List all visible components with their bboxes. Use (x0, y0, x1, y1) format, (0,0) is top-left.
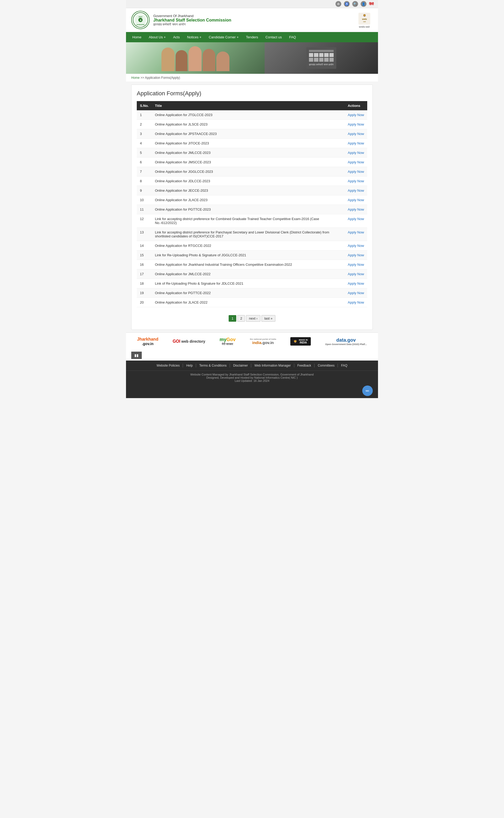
apply-now-link[interactable]: Apply Now (348, 170, 364, 174)
footer-link-faq[interactable]: FAQ (338, 364, 350, 367)
apply-now-link[interactable]: Apply Now (348, 160, 364, 164)
cell-sno: 12 (137, 214, 152, 228)
nav-tenders[interactable]: Tenders (242, 32, 262, 42)
header: JSSC ⚙ JHARKHAND Government Of Jharkhand… (126, 8, 378, 32)
nav-acts[interactable]: Acts (169, 32, 183, 42)
logo-jharkhand-gov[interactable]: Jharkhand .gov.in (137, 337, 158, 346)
apply-now-link[interactable]: Apply Now (348, 122, 364, 126)
apply-now-link[interactable]: Apply Now (348, 188, 364, 192)
apply-now-link[interactable]: Apply Now (348, 217, 364, 221)
page-last-btn[interactable]: last » (261, 315, 275, 322)
cell-action: Apply Now (345, 228, 367, 241)
cell-title: Online Application for RTGCCE-2022 (152, 241, 345, 250)
footer-line2: Designed, Developed and Hosted by Nation… (131, 376, 373, 379)
cell-sno: 13 (137, 228, 152, 241)
footer-link-website-policies[interactable]: Website Policies (154, 364, 183, 367)
cell-title: Online Application for JPSTAACCE-2023 (152, 129, 345, 139)
table-row: 7 Online Application for JGGLCCE-2023 Ap… (137, 167, 367, 176)
breadcrumb-home-link[interactable]: Home (131, 76, 140, 80)
apply-now-link[interactable]: Apply Now (348, 281, 364, 285)
cell-title: Link for accepting district preference f… (152, 214, 345, 228)
cell-title: Online Application for JECCE-2023 (152, 186, 345, 195)
apply-now-link[interactable]: Apply Now (348, 244, 364, 248)
footer-link-terms[interactable]: Terms & Conditions (196, 364, 230, 367)
accessibility-icon[interactable]: ♻ (335, 1, 341, 7)
hindi-link[interactable]: हिंदी (369, 2, 374, 6)
table-row: 4 Online Application for JITOCE-2023 App… (137, 139, 367, 148)
application-table: S.No. Title Actions 1 Online Application… (137, 101, 367, 307)
nav-faq[interactable]: FAQ (285, 32, 300, 42)
cell-title: Online Application for PGTTCE-2022 (152, 288, 345, 298)
accessibility-icon2[interactable]: ♿ (344, 1, 350, 7)
apply-now-link[interactable]: Apply Now (348, 272, 364, 276)
pause-button[interactable]: ▮▮ (131, 351, 142, 359)
cell-title: Online Application for JDLCCE-2023 (152, 176, 345, 186)
page-next-btn[interactable]: next › (246, 315, 260, 322)
nav-home[interactable]: Home (129, 32, 145, 42)
apply-now-link[interactable]: Apply Now (348, 179, 364, 183)
table-row: 18 Link of Re-Uploading Photo & Signatur… (137, 279, 367, 288)
cell-sno: 19 (137, 288, 152, 298)
nav-contact[interactable]: Contact us (262, 32, 285, 42)
logo-mygov[interactable]: myGov मेरी सरकार (219, 337, 235, 346)
table-row: 20 Online Application for JLACE-2022 App… (137, 298, 367, 307)
apply-now-link[interactable]: Apply Now (348, 151, 364, 155)
search-icon[interactable]: 🔍 (352, 1, 358, 7)
apply-now-link[interactable]: Apply Now (348, 141, 364, 145)
cell-action: Apply Now (345, 241, 367, 250)
apply-now-link[interactable]: Apply Now (348, 291, 364, 295)
svg-text:सत्यमेव: सत्यमेव (362, 18, 367, 20)
col-header-title: Title (152, 101, 345, 110)
col-header-sno: S.No. (137, 101, 152, 110)
table-row: 2 Online Application for JLSCE-2023 Appl… (137, 120, 367, 129)
cell-sno: 15 (137, 250, 152, 260)
table-row: 5 Online Application for JMLCCE-2023 App… (137, 148, 367, 157)
nav-about[interactable]: About Us + (145, 32, 170, 42)
svg-text:🦁: 🦁 (363, 14, 366, 17)
nic-logo-wrap: NIC (126, 385, 378, 398)
cell-title: Link for accepting district preference f… (152, 228, 345, 241)
cell-action: Apply Now (345, 298, 367, 307)
apply-now-link[interactable]: Apply Now (348, 300, 364, 304)
apply-now-link[interactable]: Apply Now (348, 207, 364, 211)
logo-india-gov[interactable]: the national portal of India india.gov.i… (250, 338, 276, 345)
cell-action: Apply Now (345, 157, 367, 167)
cell-title: Online Application for JLACE-2023 (152, 195, 345, 205)
page-1-btn[interactable]: 1 (229, 315, 236, 322)
apply-now-link[interactable]: Apply Now (348, 132, 364, 136)
footer-link-feedback[interactable]: Feedback (294, 364, 315, 367)
cell-sno: 20 (137, 298, 152, 307)
apply-now-link[interactable]: Apply Now (348, 262, 364, 266)
footer-link-disclaimer[interactable]: Disclaimer (230, 364, 251, 367)
breadcrumb: Home >> Application Forms(Apply) (126, 74, 378, 82)
svg-text:JSSC: JSSC (138, 16, 143, 18)
cell-sno: 8 (137, 176, 152, 186)
table-row: 16 Online Application for Jharkhand Indu… (137, 260, 367, 269)
hindi-name: झारखंड कर्मचारी चयन आयोग (153, 23, 231, 26)
apply-now-link[interactable]: Apply Now (348, 198, 364, 202)
nav-notices[interactable]: Notices + (183, 32, 205, 42)
apply-now-link[interactable]: Apply Now (348, 113, 364, 117)
apply-now-link[interactable]: Apply Now (348, 230, 364, 234)
logo-goi-web-directory[interactable]: GOI web directory (173, 339, 205, 344)
logo-make-in-india[interactable]: 🦁 MAKE IN INDIA (290, 337, 311, 345)
footer-link-web-info[interactable]: Web Information Manager (251, 364, 294, 367)
cell-sno: 6 (137, 157, 152, 167)
cell-title: Online Application for PGTTCE-2023 (152, 205, 345, 214)
footer-link-help[interactable]: Help (183, 364, 196, 367)
user-icon[interactable]: 👤 (361, 1, 366, 7)
logo-data-gov[interactable]: data.gov Open Government Data (OGD) Plat… (325, 337, 367, 345)
cell-sno: 11 (137, 205, 152, 214)
nav-candidate-corner[interactable]: Candidate Corner + (205, 32, 242, 42)
navbar: Home About Us + Acts Notices + Candidate… (126, 32, 378, 42)
table-row: 9 Online Application for JECCE-2023 Appl… (137, 186, 367, 195)
cell-action: Apply Now (345, 195, 367, 205)
footer-link-committees[interactable]: Committees (314, 364, 338, 367)
cell-sno: 17 (137, 269, 152, 279)
apply-now-link[interactable]: Apply Now (348, 253, 364, 257)
hero-banner: झारखंड कर्मचारी चयन आयोग (126, 42, 378, 74)
table-header-row: S.No. Title Actions (137, 101, 367, 110)
cell-action: Apply Now (345, 167, 367, 176)
page-2-btn[interactable]: 2 (237, 315, 245, 322)
cell-title: Link for Re-Uploading Photo & Signature … (152, 250, 345, 260)
